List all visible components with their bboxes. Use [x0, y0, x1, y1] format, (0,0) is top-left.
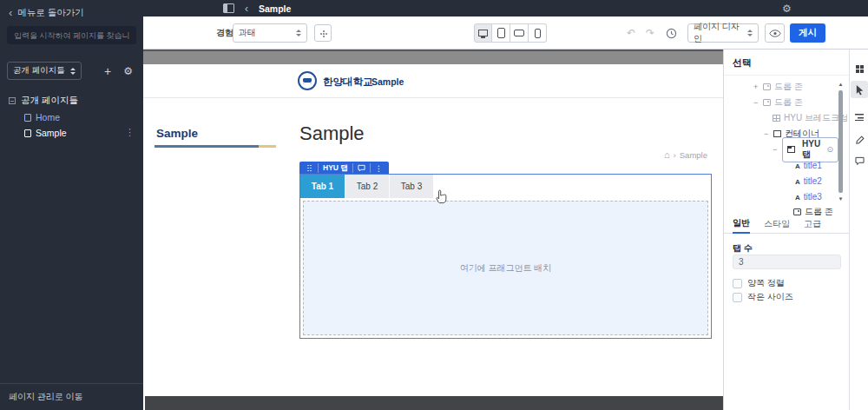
scrollbar-thumb[interactable] [838, 90, 843, 193]
sidebar-item-sample[interactable]: Sample ⋮ [0, 125, 143, 141]
kebab-menu-icon[interactable]: ⋮ [125, 127, 135, 138]
mobile-preview-button[interactable] [529, 23, 547, 43]
tab-2[interactable]: Tab 2 [345, 175, 389, 198]
tree-item-dropzone[interactable]: − 드롭 존 [724, 95, 838, 110]
selection-tool-button[interactable] [851, 81, 868, 98]
tree-item-title2[interactable]: title2 [724, 173, 838, 188]
text-icon [795, 176, 800, 186]
home-icon[interactable]: ⌂ [664, 151, 670, 159]
justify-checkbox-row[interactable]: 양쪽 정렬 [733, 277, 785, 289]
tree-item-dropzone[interactable]: + 드롭 존 [724, 79, 838, 95]
collapse-icon[interactable]: − [753, 98, 763, 107]
breadcrumb-separator: › [674, 150, 676, 160]
segments-simulation-button[interactable] [314, 24, 332, 42]
experience-label: 경험 [216, 17, 233, 50]
preview-button[interactable] [765, 23, 785, 43]
text-icon [795, 192, 800, 202]
editor-topbar: ‹ Sample ⚙ [143, 0, 868, 17]
tab-1[interactable]: Tab 1 [300, 175, 345, 198]
clock-icon [666, 28, 677, 39]
tree-scrollbar[interactable]: ▲ ▼ [837, 81, 845, 202]
pages-tree-root[interactable]: 공개 페이지들 [0, 92, 143, 109]
publish-button[interactable]: 게시 [790, 23, 825, 43]
locate-icon[interactable]: ⊙ [826, 145, 833, 154]
tab-advanced[interactable]: 고급 [804, 215, 821, 234]
selected-tree-item[interactable]: HYU 탭 ⊙ [782, 137, 838, 162]
text-icon [795, 161, 800, 170]
kebab-menu-icon[interactable]: ⋮ [370, 163, 387, 173]
chevron-left-icon[interactable]: ‹ [245, 4, 248, 13]
brush-icon [855, 136, 865, 145]
phone-icon [535, 29, 541, 38]
pages-collection-select[interactable]: 공개 페이지들 [7, 62, 82, 80]
experience-select[interactable]: 과태 [233, 23, 307, 43]
tab-count-input[interactable] [733, 255, 841, 269]
tablet-preview-button[interactable] [492, 23, 510, 43]
go-to-page-admin-link[interactable]: 페이지 관리로 이동 [0, 383, 143, 410]
back-to-menu-label: 메뉴로 돌아가기 [17, 7, 83, 19]
add-page-button[interactable]: + [104, 65, 111, 77]
drag-handle[interactable] [301, 163, 318, 173]
tree-item-title1[interactable]: title1 [724, 157, 838, 173]
page-design-select[interactable]: 페이지 디자인 [687, 23, 759, 43]
page-design-options-button[interactable] [851, 131, 868, 149]
tree-item-breadcrumb[interactable]: HYU 브레드크럼 [724, 110, 838, 126]
dots-icon [323, 33, 325, 35]
page-side-nav: Sample [155, 127, 276, 148]
breadcrumb-fragment-icon [773, 115, 780, 122]
side-nav-title[interactable]: Sample [155, 127, 276, 140]
page-editor-app: ‹ 메뉴로 돌아가기 공개 페이지들 + ⚙ 공개 페이지들 Home Samp [0, 0, 868, 410]
desktop-icon [478, 30, 488, 36]
comments-button[interactable] [851, 152, 868, 169]
desktop-preview-button[interactable] [474, 23, 492, 43]
select-caret-icon [70, 68, 76, 75]
eye-icon [769, 30, 781, 37]
sidebar-item-home[interactable]: Home [0, 109, 143, 125]
redo-button[interactable]: ↷ [646, 17, 654, 50]
page-heading: Sample [299, 122, 365, 145]
back-to-menu-link[interactable]: ‹ 메뉴로 돌아가기 [0, 0, 143, 23]
pages-collection-value: 공개 페이지들 [13, 65, 65, 76]
collapse-icon[interactable]: − [764, 129, 773, 138]
checkbox-icon[interactable] [733, 279, 742, 288]
fragment-dropzone[interactable]: 여기에 프래그먼트 배치 [303, 201, 708, 335]
landscape-preview-button[interactable] [510, 23, 529, 43]
scroll-up-icon[interactable]: ▲ [837, 81, 845, 88]
expand-icon[interactable]: + [753, 83, 763, 91]
contents-button[interactable] [851, 109, 868, 126]
tree-item-hyu-tabs[interactable]: − HYU 탭 ⊙ [724, 142, 838, 157]
fragment-chip[interactable]: HYU 탭 ⋮ [299, 162, 389, 175]
editor-toolbar: 경험 과태 ↶ ↷ 페이지 디자인 [143, 17, 868, 50]
selection-panel: 선택 + 드롭 존 − 드롭 존 HYU 브레드크럼 − 컨테이너 [723, 50, 849, 410]
small-size-checkbox-row[interactable]: 작은 사이즈 [733, 291, 793, 303]
hyu-tabs-fragment[interactable]: Tab 1 Tab 2 Tab 3 여기에 프래그먼트 배치 [299, 174, 712, 339]
select-caret-icon [747, 30, 753, 36]
device-preview-group [474, 17, 547, 50]
pages-settings-button[interactable]: ⚙ [123, 65, 133, 77]
undo-button[interactable]: ↶ [627, 17, 635, 50]
page-search-input[interactable] [7, 26, 136, 44]
pages-tree: 공개 페이지들 Home Sample ⋮ [0, 92, 143, 141]
history-button[interactable] [666, 17, 677, 50]
dropzone-label: 여기에 프래그먼트 배치 [460, 262, 552, 274]
comment-button[interactable] [352, 163, 370, 173]
pages-tree-root-label: 공개 페이지들 [21, 95, 78, 107]
scroll-down-icon[interactable]: ▼ [837, 195, 845, 202]
editor-side-strip [849, 50, 868, 410]
tab-general[interactable]: 일반 [733, 215, 750, 234]
chevron-left-icon: ‹ [9, 9, 12, 17]
tab-style[interactable]: 스타일 [764, 215, 790, 234]
checkbox-icon[interactable] [733, 293, 742, 302]
breadcrumb-current: Sample [680, 150, 707, 160]
collapse-icon[interactable]: − [773, 145, 782, 154]
sidebar-toggle-icon[interactable] [223, 3, 234, 13]
collapse-icon[interactable] [9, 97, 16, 104]
grip-icon [307, 165, 312, 172]
tree-item-title3[interactable]: title3 [724, 188, 838, 204]
tablet-icon [497, 28, 505, 38]
dropzone-icon [763, 99, 771, 106]
pages-sidebar: ‹ 메뉴로 돌아가기 공개 페이지들 + ⚙ 공개 페이지들 Home Samp [0, 0, 143, 410]
fragments-widgets-button[interactable] [851, 60, 868, 77]
tab-3[interactable]: Tab 3 [389, 175, 433, 198]
gear-icon[interactable]: ⚙ [782, 3, 792, 15]
